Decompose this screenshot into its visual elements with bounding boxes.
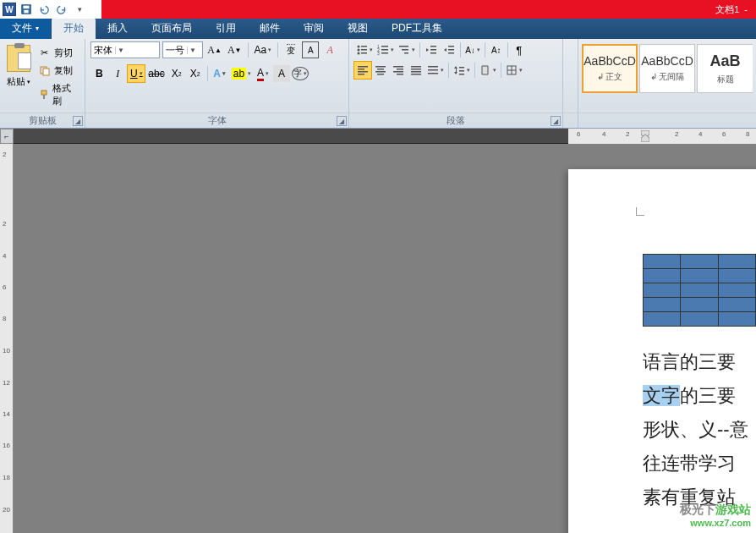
svg-rect-25	[448, 46, 454, 47]
ruler-corner[interactable]: ⌐	[0, 129, 14, 144]
svg-rect-47	[456, 69, 457, 72]
svg-rect-23	[430, 49, 436, 51]
table-row	[644, 269, 756, 283]
app-icon: W	[3, 3, 16, 16]
shrink-font-button[interactable]: A▼	[226, 41, 244, 58]
change-case-button[interactable]: Aa	[253, 41, 274, 58]
format-painter-button[interactable]: 格式刷	[36, 80, 79, 109]
title-bar: W ▾ 文档1 -	[0, 0, 756, 19]
vertical-ruler[interactable]: 2 2 4 6 8 10 12 14 16 18 20	[0, 144, 14, 533]
increase-indent-button[interactable]	[441, 41, 457, 58]
indent-marker[interactable]	[641, 130, 649, 142]
multilevel-list-button[interactable]	[397, 41, 417, 58]
group-styles: AaBbCcD ↲ 正文 AaBbCcD ↲ 无间隔 AaB 标题	[578, 39, 756, 128]
superscript-button[interactable]: X2	[187, 65, 204, 82]
decrease-indent-button[interactable]	[423, 41, 440, 58]
svg-point-9	[358, 49, 360, 52]
svg-rect-4	[43, 69, 49, 75]
sort-button[interactable]: A↕	[488, 41, 505, 58]
tab-file[interactable]: 文件▾	[0, 18, 52, 39]
align-right-button[interactable]	[390, 62, 407, 79]
copy-icon	[39, 65, 51, 77]
title-bar-accent: 文档1 -	[101, 0, 756, 19]
ribbon: 粘贴▾ ✂ 剪切 复制 格式刷 剪贴板◢ 宋体▼	[0, 39, 756, 129]
horizontal-ruler[interactable]: ⌐ 6 4 2 2 4 6 8	[0, 129, 756, 144]
align-distributed-button[interactable]	[425, 62, 446, 79]
group-paragraph: 123 A↓ A↕ ¶	[349, 39, 563, 128]
document-line[interactable]: 素有重复站	[643, 481, 736, 514]
font-color-button[interactable]: A	[255, 65, 271, 82]
bullets-button[interactable]	[354, 41, 375, 58]
group-label-paragraph: 段落	[446, 114, 465, 127]
align-center-button[interactable]	[372, 62, 389, 79]
font-dialog-launcher[interactable]: ◢	[337, 116, 347, 126]
line-spacing-button[interactable]	[452, 62, 472, 79]
document-line[interactable]: 文字的三要	[643, 379, 736, 413]
borders-button[interactable]	[504, 62, 524, 79]
svg-rect-28	[358, 66, 368, 68]
svg-rect-50	[459, 74, 464, 75]
svg-rect-29	[358, 69, 364, 70]
cut-button[interactable]: ✂ 剪切	[36, 45, 79, 61]
style-no-spacing[interactable]: AaBbCcD ↲ 无间隔	[639, 44, 695, 93]
font-size-combo[interactable]: 一号▼	[162, 41, 203, 58]
tab-insert[interactable]: 插入	[96, 18, 140, 39]
paragraph-dialog-launcher[interactable]: ◢	[551, 116, 561, 126]
qat-redo-button[interactable]	[54, 2, 69, 17]
grow-font-button[interactable]: A▲	[205, 41, 223, 58]
enclose-char-button[interactable]: 字	[292, 67, 309, 80]
svg-rect-18	[381, 52, 388, 54]
selected-text: 文字	[643, 385, 680, 406]
subscript-button[interactable]: X2	[168, 65, 185, 82]
char-shading-button[interactable]: A	[273, 65, 290, 82]
italic-button[interactable]: I	[109, 65, 126, 82]
clear-format-button[interactable]: A	[321, 41, 338, 58]
svg-rect-33	[377, 69, 384, 70]
show-marks-button[interactable]: ¶	[511, 41, 528, 58]
numbering-button[interactable]: 123	[375, 41, 396, 58]
char-border-button[interactable]: A	[302, 41, 319, 58]
tab-review[interactable]: 审阅	[292, 18, 336, 39]
svg-point-7	[358, 46, 360, 48]
style-heading[interactable]: AaB 标题	[697, 44, 753, 93]
style-normal[interactable]: AaBbCcD ↲ 正文	[582, 44, 638, 93]
svg-rect-45	[428, 69, 438, 71]
align-left-button[interactable]	[354, 62, 371, 79]
font-name-combo[interactable]: 宋体▼	[90, 41, 160, 58]
table-row	[644, 312, 756, 327]
tab-page-layout[interactable]: 页面布局	[140, 18, 204, 39]
strikethrough-button[interactable]: abc	[146, 65, 166, 82]
document-area: 2 2 4 6 8 10 12 14 16 18 20 语言的三要 文字的三要 …	[0, 144, 756, 533]
svg-rect-21	[404, 52, 408, 54]
clipboard-dialog-launcher[interactable]: ◢	[73, 116, 83, 126]
underline-button[interactable]: U	[128, 65, 145, 82]
svg-rect-46	[428, 73, 438, 74]
paste-button[interactable]: 粘贴▾	[7, 75, 30, 88]
document-line[interactable]: 形状、义--意	[643, 413, 748, 447]
highlight-color-button[interactable]: ab	[230, 65, 253, 82]
document-line[interactable]: 往连带学习	[643, 447, 736, 481]
text-effects-button[interactable]: A	[211, 65, 228, 82]
document-line[interactable]: 语言的三要	[643, 345, 736, 379]
tab-references[interactable]: 引用	[204, 18, 248, 39]
qat-customize-button[interactable]: ▾	[72, 2, 87, 17]
shading-button[interactable]	[478, 62, 498, 79]
copy-button[interactable]: 复制	[36, 63, 79, 79]
align-justify-button[interactable]	[408, 62, 425, 79]
bold-button[interactable]: B	[90, 65, 107, 82]
tab-mailings[interactable]: 邮件	[248, 18, 292, 39]
document-table[interactable]	[643, 254, 756, 327]
text-direction-button[interactable]: A↓	[463, 41, 482, 58]
svg-rect-8	[361, 46, 367, 47]
svg-text:3: 3	[377, 51, 380, 56]
phonetic-guide-button[interactable]: 变	[282, 41, 299, 58]
svg-rect-39	[397, 74, 403, 75]
svg-rect-24	[430, 52, 436, 54]
tab-view[interactable]: 视图	[336, 18, 380, 39]
margin-corner-mark	[636, 207, 644, 216]
tab-pdf-tools[interactable]: PDF工具集	[380, 18, 454, 39]
svg-rect-44	[428, 66, 438, 68]
qat-undo-button[interactable]	[36, 2, 52, 17]
tab-home[interactable]: 开始	[52, 18, 96, 39]
qat-save-button[interactable]	[19, 2, 34, 17]
